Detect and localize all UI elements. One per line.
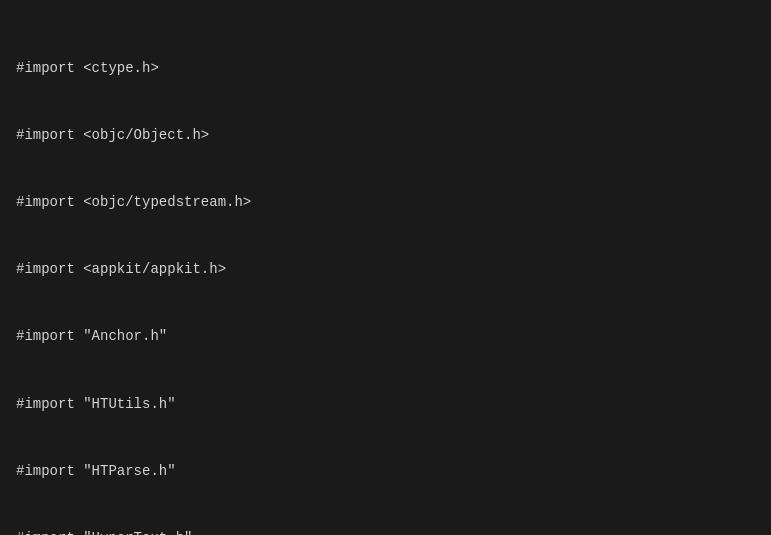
code-line-3: #import <objc/typedstream.h>: [16, 191, 755, 213]
code-line-8: #import "HyperText.h": [16, 527, 755, 535]
code-line-5: #import "Anchor.h": [16, 325, 755, 347]
code-line-2: #import <objc/Object.h>: [16, 124, 755, 146]
code-editor: #import <ctype.h> #import <objc/Object.h…: [0, 0, 771, 535]
code-line-1: #import <ctype.h>: [16, 57, 755, 79]
code-line-4: #import <appkit/appkit.h>: [16, 258, 755, 280]
code-line-6: #import "HTUtils.h": [16, 393, 755, 415]
code-line-7: #import "HTParse.h": [16, 460, 755, 482]
